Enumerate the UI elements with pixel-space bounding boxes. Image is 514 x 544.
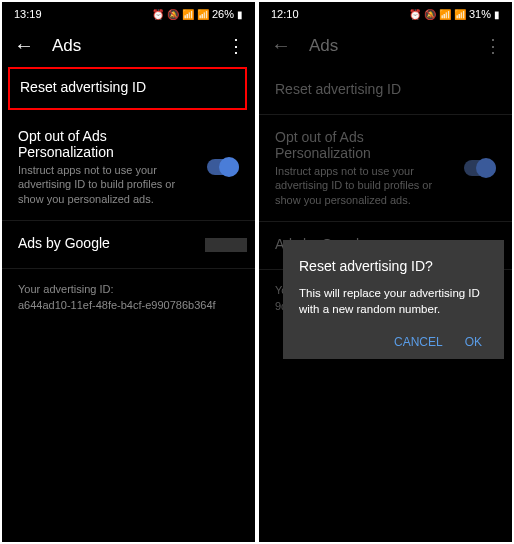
opt-out-subtitle: Instruct apps not to use your advertisin…: [18, 163, 197, 206]
app-header: ← Ads ⋮: [2, 24, 255, 67]
opt-out-toggle: [464, 160, 496, 176]
battery-percent: 26%: [212, 8, 234, 20]
wifi-icon: 📶: [182, 9, 194, 20]
wifi-icon: 📶: [439, 9, 451, 20]
back-arrow-icon: ←: [271, 34, 291, 57]
ok-button[interactable]: OK: [465, 335, 482, 349]
page-title: Ads: [52, 36, 209, 56]
opt-out-row[interactable]: Opt out of Ads Personalization Instruct …: [2, 114, 255, 221]
mute-icon: 🔕: [424, 9, 436, 20]
signal-icon: 📶: [197, 9, 209, 20]
status-icons: ⏰ 🔕 📶 📶 31% ▮: [409, 8, 500, 20]
phone-screen-right: 12:10 ⏰ 🔕 📶 📶 31% ▮ ← Ads ⋮ Reset advert…: [259, 2, 512, 542]
status-bar: 12:10 ⏰ 🔕 📶 📶 31% ▮: [259, 2, 512, 24]
status-bar: 13:19 ⏰ 🔕 📶 📶 26% ▮: [2, 2, 255, 24]
ad-id-value: a644ad10-11ef-48fe-b4cf-e990786b364f: [18, 299, 239, 311]
opt-out-title: Opt out of Ads Personalization: [275, 129, 454, 161]
opt-out-title: Opt out of Ads Personalization: [18, 128, 197, 160]
dialog-title: Reset advertising ID?: [299, 258, 488, 274]
battery-percent: 31%: [469, 8, 491, 20]
alarm-icon: ⏰: [409, 9, 421, 20]
mute-icon: 🔕: [167, 9, 179, 20]
battery-icon: ▮: [237, 9, 243, 20]
dialog-actions: CANCEL OK: [299, 335, 488, 349]
dialog-body: This will replace your advertising ID wi…: [299, 286, 488, 317]
overflow-menu-icon: ⋮: [484, 35, 500, 57]
reset-advertising-id-row[interactable]: Reset advertising ID: [8, 67, 247, 110]
redaction-block: [205, 238, 247, 252]
battery-icon: ▮: [494, 9, 500, 20]
app-header: ← Ads ⋮: [259, 24, 512, 67]
status-time: 13:19: [14, 8, 42, 20]
alarm-icon: ⏰: [152, 9, 164, 20]
cancel-button[interactable]: CANCEL: [394, 335, 443, 349]
overflow-menu-icon[interactable]: ⋮: [227, 35, 243, 57]
reset-label: Reset advertising ID: [20, 79, 235, 95]
phone-screen-left: 13:19 ⏰ 🔕 📶 📶 26% ▮ ← Ads ⋮ Reset advert…: [2, 2, 255, 542]
reset-label: Reset advertising ID: [275, 81, 496, 97]
page-title: Ads: [309, 36, 466, 56]
reset-confirm-dialog: Reset advertising ID? This will replace …: [283, 240, 504, 359]
status-time: 12:10: [271, 8, 299, 20]
advertising-id-section: Your advertising ID: a644ad10-11ef-48fe-…: [2, 269, 255, 325]
opt-out-toggle[interactable]: [207, 159, 239, 175]
opt-out-row: Opt out of Ads Personalization Instruct …: [259, 115, 512, 222]
signal-icon: 📶: [454, 9, 466, 20]
status-icons: ⏰ 🔕 📶 📶 26% ▮: [152, 8, 243, 20]
ad-id-label: Your advertising ID:: [18, 283, 239, 295]
back-arrow-icon[interactable]: ←: [14, 34, 34, 57]
reset-advertising-id-row: Reset advertising ID: [259, 67, 512, 115]
opt-out-subtitle: Instruct apps not to use your advertisin…: [275, 164, 454, 207]
